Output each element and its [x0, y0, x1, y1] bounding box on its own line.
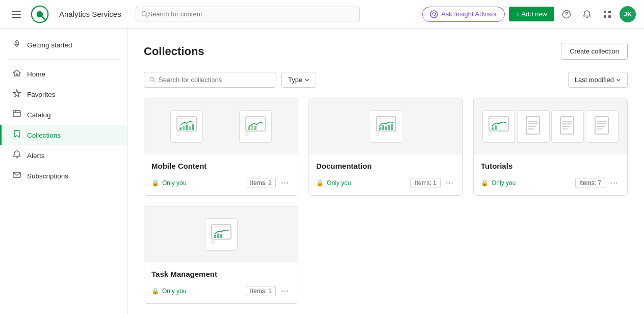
- menu-icon[interactable]: [8, 6, 24, 22]
- card-meta: 🔒 Only you: [151, 179, 186, 187]
- topnav-right: Ask Insight Advisor + Add new: [422, 6, 636, 22]
- svg-rect-12: [604, 11, 606, 13]
- add-new-btn[interactable]: + Add new: [509, 7, 554, 21]
- lock-icon: 🔒: [151, 179, 159, 187]
- svg-rect-30: [247, 118, 264, 119]
- rocket-icon: [12, 39, 22, 50]
- sidebar-item-collections[interactable]: Collections: [0, 125, 127, 145]
- svg-rect-49: [560, 117, 574, 134]
- card-privacy: Only you: [162, 179, 186, 187]
- card-footer-right: Items: 1 ···: [410, 176, 455, 189]
- thumb-chart-icon-task: [205, 218, 238, 251]
- main-content: Collections Create collection Type: [127, 29, 644, 314]
- thumb-doc-icon-3: [586, 110, 619, 143]
- collection-card-documentation[interactable]: Documentation 🔒 Only you Items: 1 ···: [308, 98, 463, 196]
- ask-insight-btn[interactable]: Ask Insight Advisor: [422, 7, 505, 22]
- topnav: Analytics Services Ask Insight Advisor +…: [0, 0, 644, 29]
- svg-rect-39: [385, 126, 387, 130]
- lock-icon: 🔒: [316, 179, 324, 187]
- svg-rect-52: [213, 226, 229, 227]
- svg-rect-33: [254, 126, 256, 130]
- svg-point-9: [433, 15, 434, 16]
- filters-left: Type: [144, 72, 316, 88]
- svg-rect-0: [12, 11, 21, 12]
- global-search-input[interactable]: [148, 10, 354, 18]
- envelope-icon: [12, 170, 22, 181]
- card-privacy: Only you: [162, 287, 186, 295]
- collections-grid: Mobile Content 🔒 Only you Items: 2 ···: [144, 98, 628, 304]
- svg-rect-55: [220, 234, 222, 238]
- collection-card-mobile-content[interactable]: Mobile Content 🔒 Only you Items: 2 ···: [144, 98, 298, 196]
- catalog-icon: [12, 109, 22, 120]
- sidebar-item-getting-started[interactable]: Getting started: [0, 35, 127, 55]
- card-title: Documentation: [316, 162, 455, 170]
- more-menu-btn[interactable]: ···: [444, 176, 455, 189]
- sidebar-item-home[interactable]: Home: [0, 64, 127, 84]
- card-thumbnails: [309, 98, 462, 154]
- items-badge: Items: 2: [246, 178, 276, 188]
- sidebar-divider: [8, 59, 119, 60]
- ask-insight-label: Ask Insight Advisor: [441, 10, 497, 18]
- sidebar-item-subscriptions-label: Subscriptions: [27, 172, 68, 180]
- more-menu-btn[interactable]: ···: [608, 176, 620, 189]
- svg-rect-15: [608, 15, 611, 18]
- more-menu-btn[interactable]: ···: [279, 284, 291, 297]
- global-search[interactable]: [136, 7, 360, 21]
- svg-rect-14: [604, 15, 606, 18]
- lock-icon: 🔒: [481, 179, 488, 187]
- svg-rect-31: [248, 126, 250, 130]
- sidebar-item-catalog[interactable]: Catalog: [0, 104, 127, 125]
- svg-rect-40: [388, 125, 390, 130]
- lock-icon: 🔒: [151, 287, 159, 295]
- svg-rect-17: [13, 111, 20, 117]
- page-title: Collections: [144, 45, 204, 58]
- card-body: Task Management 🔒 Only you Items: 1 ···: [144, 263, 298, 303]
- card-footer-right: Items: 7 ···: [575, 176, 620, 189]
- sidebar-item-catalog-label: Catalog: [27, 111, 51, 119]
- svg-rect-32: [251, 125, 253, 130]
- card-meta: 🔒 Only you: [481, 179, 516, 187]
- type-filter-label: Type: [288, 76, 302, 84]
- create-collection-btn[interactable]: Create collection: [561, 43, 628, 60]
- collection-card-task-management[interactable]: Task Management 🔒 Only you Items: 1 ···: [144, 206, 298, 304]
- card-title: Mobile Content: [151, 162, 291, 170]
- svg-line-5: [42, 16, 46, 20]
- svg-rect-56: [211, 241, 214, 244]
- bell-icon: [12, 150, 22, 161]
- avatar[interactable]: JK: [620, 6, 636, 22]
- svg-rect-38: [382, 125, 384, 130]
- search-collections[interactable]: [144, 72, 276, 88]
- card-privacy: Only you: [327, 179, 351, 187]
- last-modified-btn[interactable]: Last modified: [568, 72, 628, 88]
- svg-rect-2: [12, 17, 21, 18]
- svg-rect-54: [217, 233, 219, 238]
- svg-point-8: [430, 11, 437, 18]
- help-btn[interactable]: [558, 6, 575, 22]
- bookmark-icon: [12, 129, 22, 141]
- star-icon: [12, 89, 22, 100]
- qlik-logo[interactable]: [31, 5, 49, 23]
- svg-point-16: [16, 42, 17, 43]
- svg-rect-48: [526, 117, 539, 134]
- sidebar-item-alerts[interactable]: Alerts: [0, 145, 127, 166]
- add-new-label: + Add new: [516, 10, 547, 18]
- sidebar-item-favorites[interactable]: Favorites: [0, 84, 127, 104]
- apps-grid-btn[interactable]: [599, 6, 615, 22]
- svg-rect-18: [13, 172, 20, 177]
- card-thumbnails: [144, 206, 298, 263]
- thumb-doc-icon-2: [551, 110, 584, 143]
- chevron-down-icon-sort: [616, 77, 621, 83]
- collection-card-tutorials[interactable]: Tutorials 🔒 Only you Items: 7 ···: [473, 98, 628, 196]
- items-badge: Items: 7: [575, 178, 605, 188]
- svg-rect-46: [495, 125, 497, 130]
- svg-rect-22: [178, 118, 195, 119]
- sidebar-item-favorites-label: Favorites: [27, 91, 56, 98]
- search-collections-input[interactable]: [159, 76, 271, 84]
- more-menu-btn[interactable]: ···: [279, 176, 291, 189]
- app-title: Analytics Services: [59, 10, 121, 18]
- notifications-btn[interactable]: [579, 6, 595, 22]
- svg-rect-28: [176, 133, 179, 136]
- type-filter-btn[interactable]: Type: [281, 72, 316, 88]
- sidebar-item-subscriptions[interactable]: Subscriptions: [0, 166, 127, 186]
- svg-point-11: [566, 15, 566, 16]
